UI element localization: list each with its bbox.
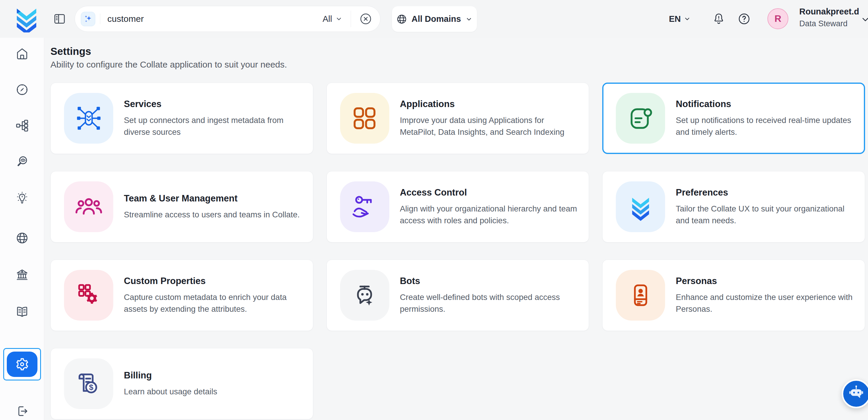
insights-icon	[16, 191, 29, 204]
clear-search-button[interactable]	[359, 12, 373, 26]
topbar: All All Domains EN R Rounakpreet.d Data …	[0, 0, 868, 38]
card-icon-tile	[340, 270, 389, 321]
robot-icon	[847, 384, 866, 403]
sidebar-item-settings-active[interactable]	[7, 352, 37, 377]
page-subtitle: Ability to configure the Collate applica…	[51, 60, 865, 69]
sidebar-item-settings[interactable]	[3, 348, 41, 381]
card-description: Capture custom metadata to enrich your d…	[124, 291, 303, 315]
settings-card-custom-properties[interactable]: Custom Properties Capture custom metadat…	[51, 260, 313, 331]
sidebar-item-observability[interactable]	[15, 154, 29, 169]
collate-logo[interactable]	[13, 6, 39, 31]
sparkle-icon	[83, 14, 93, 24]
globe-icon	[396, 13, 407, 25]
settings-card-grid: Services Set up connectors and ingest me…	[51, 83, 865, 419]
card-title: Notifications	[676, 99, 855, 110]
card-description: Align with your organizational hierarchy…	[400, 203, 579, 227]
card-description: Create well-defined bots with scoped acc…	[400, 291, 579, 315]
card-title: Applications	[400, 99, 579, 110]
card-description: Tailor the Collate UX to suit your organ…	[676, 203, 855, 227]
card-description: Enhance and customize the user experienc…	[676, 291, 855, 315]
sidebar-item-govern[interactable]	[15, 268, 29, 282]
card-title: Team & User Management	[124, 193, 300, 204]
card-icon-tile	[64, 181, 113, 232]
search-scope-label: All	[323, 14, 332, 24]
avatar[interactable]: R	[768, 8, 788, 29]
ai-sparkle-icon[interactable]	[81, 12, 95, 26]
card-icon-tile	[64, 93, 113, 144]
glossary-icon	[16, 305, 29, 319]
card-texts: Services Set up connectors and ingest me…	[124, 99, 303, 138]
card-description: Set up connectors and ingest metadata fr…	[124, 115, 303, 138]
sidebar-toggle-button[interactable]	[53, 12, 66, 25]
notifications-bell-button[interactable]	[712, 12, 725, 26]
search-scope-dropdown[interactable]: All	[323, 14, 343, 24]
settings-card-billing[interactable]: $ Billing Learn about usage details	[51, 348, 313, 419]
sidebar-item-insights[interactable]	[15, 190, 29, 205]
settings-card-notifications[interactable]: Notifications Set up notifications to re…	[602, 83, 865, 154]
settings-card-team-user-management[interactable]: Team & User Management Streamline access…	[51, 171, 313, 242]
sidebar-item-explore[interactable]	[15, 83, 29, 97]
card-icon-tile	[616, 181, 665, 232]
user-name: Rounakpreet.d	[799, 7, 859, 17]
card-texts: Access Control Align with your organizat…	[400, 187, 579, 227]
card-texts: Preferences Tailor the Collate UX to sui…	[676, 187, 855, 227]
bots-icon	[350, 281, 379, 310]
card-texts: Team & User Management Streamline access…	[124, 193, 300, 220]
panel-icon	[53, 12, 66, 25]
team-icon	[74, 192, 103, 221]
card-texts: Notifications Set up notifications to re…	[676, 99, 855, 138]
divider	[351, 11, 351, 27]
chat-bot-button[interactable]	[842, 379, 868, 408]
chevron-down-icon[interactable]	[860, 14, 868, 25]
personas-icon	[626, 281, 655, 310]
hierarchy-icon	[16, 119, 29, 132]
help-button[interactable]	[737, 12, 751, 26]
settings-card-access-control[interactable]: Access Control Align with your organizat…	[327, 171, 589, 242]
sidebar-item-domains[interactable]	[15, 231, 29, 245]
sidebar-item-home[interactable]	[15, 47, 29, 61]
govern-icon	[16, 268, 29, 282]
card-icon-tile	[64, 270, 113, 321]
observability-icon	[16, 155, 29, 169]
card-icon-tile	[616, 270, 665, 321]
card-icon-tile	[340, 181, 389, 232]
preferences-icon	[626, 192, 655, 221]
billing-icon: $	[74, 369, 103, 398]
globe-icon	[16, 231, 29, 245]
sidebar-item-logout[interactable]	[15, 404, 29, 418]
logout-icon	[16, 404, 29, 418]
card-title: Access Control	[400, 187, 579, 198]
applications-icon	[350, 104, 379, 133]
svg-text:$: $	[89, 383, 93, 392]
sidebar-item-lineage[interactable]	[15, 119, 29, 133]
user-role: Data Steward	[799, 19, 859, 28]
settings-card-preferences[interactable]: Preferences Tailor the Collate UX to sui…	[602, 171, 865, 242]
domains-filter-label: All Domains	[411, 14, 461, 24]
chevron-down-icon	[683, 15, 691, 23]
card-description: Set up notifications to received real-ti…	[676, 115, 855, 138]
access-icon	[350, 192, 379, 221]
user-info[interactable]: Rounakpreet.d Data Steward	[799, 7, 859, 28]
home-icon	[16, 47, 29, 60]
settings-card-services[interactable]: Services Set up connectors and ingest me…	[51, 83, 313, 154]
settings-page: Settings Ability to configure the Collat…	[44, 38, 868, 420]
language-selector[interactable]: EN	[669, 0, 691, 38]
global-search-bar[interactable]: All	[74, 6, 380, 32]
services-icon	[74, 104, 103, 133]
bell-icon	[712, 12, 725, 26]
settings-card-applications[interactable]: Applications Improve your data using App…	[327, 83, 589, 154]
search-input[interactable]	[107, 13, 323, 24]
sidebar	[0, 38, 44, 420]
card-texts: Billing Learn about usage details	[124, 370, 217, 398]
domains-filter-button[interactable]: All Domains	[392, 6, 477, 32]
sidebar-item-glossary[interactable]	[15, 305, 29, 319]
card-title: Bots	[400, 276, 579, 287]
settings-card-bots[interactable]: Bots Create well-defined bots with scope…	[327, 260, 589, 331]
card-title: Custom Properties	[124, 276, 303, 287]
custom-properties-icon	[74, 281, 103, 310]
close-circle-icon	[359, 12, 373, 26]
chevron-down-icon	[465, 16, 473, 23]
card-texts: Bots Create well-defined bots with scope…	[400, 276, 579, 315]
card-texts: Applications Improve your data using App…	[400, 99, 579, 138]
settings-card-personas[interactable]: Personas Enhance and customize the user …	[602, 260, 865, 331]
